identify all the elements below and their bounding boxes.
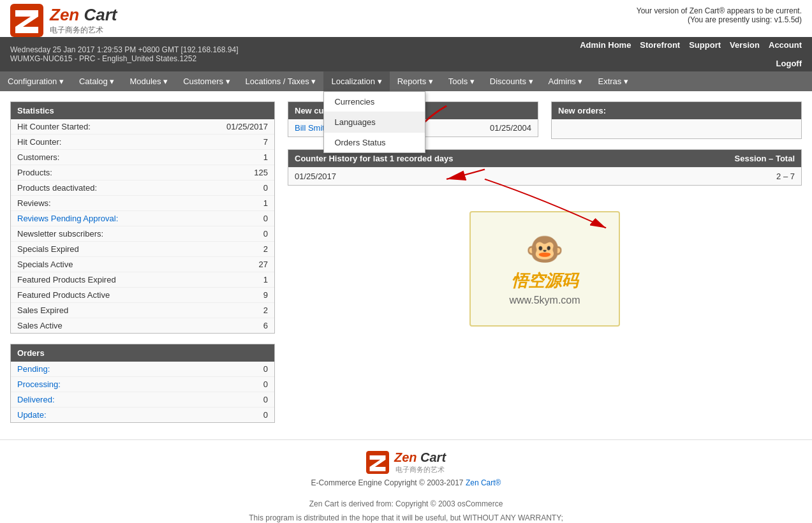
counter-history-panel: Counter History for last 1 recorded days… [288, 149, 802, 186]
nav-admin-home[interactable]: Admin Home [580, 40, 631, 50]
menu-item-locations-taxes[interactable]: Locations / Taxes ▾ [238, 71, 324, 91]
footer-copyright: E-Commerce Engine Copyright © 2003-2017 … [10, 478, 802, 487]
stat-label: Reviews: [17, 198, 51, 208]
orders-processing-link[interactable]: Processing: [17, 379, 61, 389]
localization-dropdown: Currencies Languages Orders Status [323, 91, 425, 153]
stat-label: Hit Counter Started: [17, 122, 91, 131]
orders-row-pending: Pending: 0 [11, 362, 274, 377]
logo-subtitle: 电子商务的艺术 [50, 25, 117, 36]
orders-header: Orders [11, 344, 274, 362]
nav-version[interactable]: Version [730, 40, 760, 50]
stat-value: 27 [259, 260, 268, 269]
new-orders-panel: New orders: [551, 101, 802, 139]
stat-value: 1 [263, 198, 268, 208]
counter-history-row: 01/25/2017 2 – 7 [288, 167, 801, 185]
stat-value: 2 [263, 244, 268, 254]
stat-label: Featured Products Expired [17, 275, 116, 284]
stat-label: Sales Active [17, 321, 63, 330]
zencart-logo-icon [10, 4, 43, 37]
watermark-area: 🐵 悟空源码 www.5kym.com [288, 192, 802, 346]
footer-logo-text: Zen Cart 电子商务的艺术 [394, 450, 446, 475]
legal-line2: This program is distributed in the hope … [10, 512, 802, 523]
legal-line1: Zen Cart is derived from: Copyright © 20… [10, 497, 802, 512]
counter-history-col2: Session – Total [735, 154, 795, 163]
stat-label: Specials Active [17, 260, 73, 269]
stat-row-reviews: Reviews: 1 [11, 196, 274, 211]
menu-item-localization[interactable]: Localization ▾ Currencies Languages Orde… [323, 71, 389, 91]
nav-support[interactable]: Support [689, 40, 721, 50]
footer-zencart-link[interactable]: Zen Cart® [466, 478, 501, 487]
top-nav-links: Admin Home Storefront Support Version Ac… [580, 40, 802, 68]
stat-row-hit-counter-started: Hit Counter Started: 01/25/2017 [11, 119, 274, 135]
stat-label: Sales Expired [17, 306, 68, 315]
footer-logo: Zen Cart 电子商务的艺术 [10, 450, 802, 475]
stat-row-sales-expired: Sales Expired 2 [11, 303, 274, 318]
stat-value: 0 [263, 229, 268, 239]
orders-pending-link[interactable]: Pending: [17, 364, 50, 374]
stat-row-products: Products: 125 [11, 165, 274, 180]
stat-value: 01/25/2017 [226, 122, 268, 131]
orders-row-delivered: Delivered: 0 [11, 392, 274, 408]
stat-row-products-deactivated: Products deactivated: 0 [11, 180, 274, 196]
version-line1: Your version of Zen Cart® appears to be … [637, 6, 802, 15]
system-name: WUMXG-NUC615 - PRC - English_United Stat… [10, 54, 238, 63]
dropdown-item-orders-status[interactable]: Orders Status [324, 133, 425, 152]
version-notice: Your version of Zen Cart® appears to be … [637, 4, 802, 24]
stat-row-featured-expired: Featured Products Expired 1 [11, 272, 274, 288]
footer-legal: Zen Cart is derived from: Copyright © 20… [10, 497, 802, 523]
system-datetime: Wednesday 25 Jan 2017 1:29:53 PM +0800 G… [10, 45, 238, 54]
menu-item-customers[interactable]: Customers ▾ [175, 71, 237, 91]
orders-update-link[interactable]: Update: [17, 410, 47, 420]
version-line2: (You are presently using: v1.5.5d) [637, 15, 802, 24]
stat-row-featured-active: Featured Products Active 9 [11, 288, 274, 303]
watermark-box: 🐵 悟空源码 www.5kym.com [469, 211, 619, 327]
menu-item-modules[interactable]: Modules ▾ [122, 71, 175, 91]
stat-value: 9 [263, 290, 268, 300]
footer-logo-icon [366, 451, 389, 474]
logo-zen: Zen [50, 5, 84, 24]
menu-item-discounts[interactable]: Discounts ▾ [482, 71, 541, 91]
stat-value: 0 [263, 183, 268, 193]
footer-copyright-text: E-Commerce Engine Copyright © 2003-2017 [311, 478, 464, 487]
orders-row-processing: Processing: 0 [11, 377, 274, 392]
menu-item-catalog[interactable]: Catalog ▾ [71, 71, 122, 91]
counter-value: 2 – 7 [776, 172, 795, 181]
stat-value: 1 [263, 275, 268, 284]
stat-value: 2 [263, 306, 268, 315]
logo-text: Zen Cart 电子商务的艺术 [50, 5, 117, 36]
nav-account[interactable]: Account [769, 40, 802, 50]
counter-history-title: Counter History for last 1 recorded days [295, 154, 454, 163]
stat-value: 6 [263, 321, 268, 330]
stat-value: 125 [254, 168, 268, 177]
reviews-pending-link[interactable]: Reviews Pending Approval: [17, 214, 118, 223]
stat-label: Products: [17, 168, 52, 177]
dropdown-item-currencies[interactable]: Currencies [324, 92, 425, 112]
stat-row-specials-active: Specials Active 27 [11, 257, 274, 272]
counter-date: 01/25/2017 [295, 172, 336, 181]
statistics-header: Statistics [11, 102, 274, 119]
stat-row-reviews-pending: Reviews Pending Approval: 0 [11, 211, 274, 226]
nav-storefront[interactable]: Storefront [640, 40, 680, 50]
dropdown-item-languages[interactable]: Languages [324, 112, 425, 133]
stat-value: 7 [263, 137, 268, 147]
statistics-body: Hit Counter Started: 01/25/2017 Hit Coun… [11, 119, 274, 333]
statistics-panel: Statistics Hit Counter Started: 01/25/20… [10, 101, 275, 334]
orders-delivered-link[interactable]: Delivered: [17, 395, 55, 404]
menu-item-admins[interactable]: Admins ▾ [541, 71, 591, 91]
stat-row-hit-counter: Hit Counter: 7 [11, 135, 274, 150]
customer-date: 01/25/2004 [490, 123, 531, 133]
stat-row-specials-expired: Specials Expired 2 [11, 242, 274, 257]
stat-value: 0 [263, 214, 268, 223]
menu-item-reports[interactable]: Reports ▾ [390, 71, 441, 91]
stat-label: Specials Expired [17, 244, 79, 254]
menu-item-extras[interactable]: Extras ▾ [590, 71, 635, 91]
nav-logoff[interactable]: Logoff [776, 59, 802, 68]
menu-bar: Configuration ▾ Catalog ▾ Modules ▾ Cust… [0, 71, 812, 91]
stat-value: 1 [263, 152, 268, 162]
footer: Zen Cart 电子商务的艺术 E-Commerce Engine Copyr… [0, 439, 812, 523]
stat-row-sales-active: Sales Active 6 [11, 318, 274, 333]
nav-dark-bar: Wednesday 25 Jan 2017 1:29:53 PM +0800 G… [0, 37, 812, 71]
menu-item-tools[interactable]: Tools ▾ [441, 71, 482, 91]
menu-item-configuration[interactable]: Configuration ▾ [0, 71, 71, 91]
stat-row-newsletter: Newsletter subscribers: 0 [11, 226, 274, 242]
